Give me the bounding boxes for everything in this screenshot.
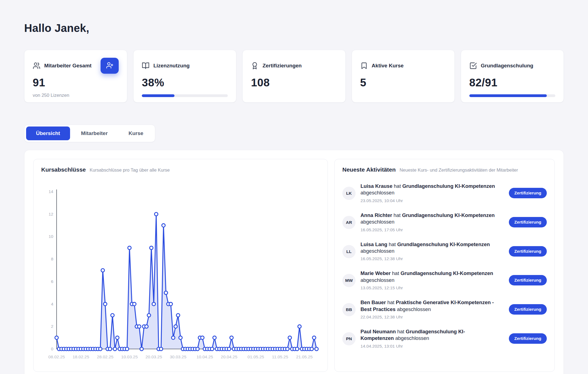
svg-text:8: 8 xyxy=(51,257,53,261)
activity-text: Ben Bauer hat Praktische Generative KI-K… xyxy=(360,299,495,313)
stat-card-lizenznutzung: Lizenznutzung 38% xyxy=(133,50,236,103)
bookmark-icon xyxy=(360,62,368,70)
activity-connector: hat xyxy=(389,241,397,247)
zertifizierung-badge: Zertifizierung xyxy=(509,188,547,198)
tab-kurse[interactable]: Kurse xyxy=(119,127,153,140)
activity-item: BB Ben Bauer hat Praktische Generative K… xyxy=(342,299,547,320)
activity-timestamp: 16.05.2025, 12:38 Uhr xyxy=(360,256,504,261)
zertifizierung-badge: Zertifizierung xyxy=(509,217,547,227)
activity-user-name: Paul Neumann xyxy=(360,329,396,334)
activity-text: Luisa Lang hat Grundlagenschulung KI-Kom… xyxy=(360,241,495,255)
activity-user-name: Luisa Lang xyxy=(360,241,387,247)
user-plus-icon xyxy=(106,62,113,70)
activity-suffix: abgeschlossen xyxy=(360,277,394,283)
svg-text:14: 14 xyxy=(49,189,54,194)
activity-course-name: Grundlagenschulung KI-Kompetenzen xyxy=(397,241,490,247)
svg-text:4: 4 xyxy=(51,302,53,306)
activity-user-name: Ben Bauer xyxy=(360,299,386,305)
chart-title: Kursabschlüsse xyxy=(41,166,86,173)
stat-card-zertifizierungen: Zertifizierungen 108 xyxy=(242,50,345,103)
activity-subtitle: Neueste Kurs- und Zertifizierungsaktivit… xyxy=(400,167,518,173)
activity-text: Luisa Krause hat Grundlagenschulung KI-K… xyxy=(360,183,495,196)
award-icon xyxy=(251,62,259,70)
overview-section: Kursabschlüsse Kursabschlüsse pro Tag üb… xyxy=(24,150,564,374)
activity-body: Anna Richter hat Grundlagenschulung KI-K… xyxy=(360,212,504,232)
avatar: LK xyxy=(342,187,356,200)
activity-connector: hat xyxy=(387,299,396,305)
stat-sub: von 250 Lizenzen xyxy=(33,93,119,98)
activity-text: Anna Richter hat Grundlagenschulung KI-K… xyxy=(360,212,495,226)
svg-text:20.04.25: 20.04.25 xyxy=(221,354,237,359)
activity-body: Ben Bauer hat Praktische Generative KI-K… xyxy=(360,299,504,320)
activity-suffix: abgeschlossen xyxy=(397,306,431,312)
stat-value: 91 xyxy=(33,76,119,89)
activity-suffix: abgeschlossen xyxy=(395,335,429,341)
users-icon xyxy=(33,62,40,70)
avatar-initials: LK xyxy=(346,191,352,196)
book-open-icon xyxy=(142,62,149,70)
activity-timestamp: 14.04.2025, 13:01 Uhr xyxy=(360,344,504,349)
activity-text: Marie Weber hat Grundlagenschulung KI-Ko… xyxy=(360,270,495,284)
add-user-button[interactable] xyxy=(101,58,119,74)
avatar: AR xyxy=(342,216,356,229)
grundlagen-progress-bar xyxy=(469,94,555,97)
stat-value: 108 xyxy=(251,76,337,89)
completions-chart: 0246810121408.02.2518.02.2528.02.2510.03… xyxy=(41,188,320,364)
svg-text:10: 10 xyxy=(49,234,54,239)
activity-timestamp: 13.05.2025, 12:15 Uhr xyxy=(360,285,504,290)
license-progress-bar xyxy=(142,94,228,97)
grundlagen-progress-fill xyxy=(469,94,547,97)
activity-item: PN Paul Neumann hat Grundlagenschulung K… xyxy=(342,328,547,349)
tab-mitarbeiter[interactable]: Mitarbeiter xyxy=(71,127,118,140)
avatar: LL xyxy=(342,245,356,258)
zertifizierung-badge: Zertifizierung xyxy=(509,246,547,257)
svg-text:0: 0 xyxy=(51,346,53,351)
activity-card: Neueste Aktivitäten Neueste Kurs- und Ze… xyxy=(334,159,555,372)
activity-course-name: Grundlagenschulung KI-Kompetenzen xyxy=(402,183,495,189)
zertifizierung-badge: Zertifizierung xyxy=(509,275,547,285)
svg-text:01.05.25: 01.05.25 xyxy=(248,354,264,359)
activity-user-name: Marie Weber xyxy=(360,270,391,276)
activity-timestamp: 16.05.2025, 17:05 Uhr xyxy=(360,227,504,232)
activity-connector: hat xyxy=(392,270,401,276)
activity-user-name: Anna Richter xyxy=(360,212,392,218)
avatar-initials: BB xyxy=(346,307,352,312)
license-progress-fill xyxy=(142,94,174,97)
activity-suffix: abgeschlossen xyxy=(360,190,394,196)
activity-item: AR Anna Richter hat Grundlagenschulung K… xyxy=(342,212,547,232)
stat-label: Grundlagenschulung xyxy=(481,63,533,69)
activity-course-name: Grundlagenschulung KI-Kompetenzen xyxy=(402,212,495,218)
stats-row: Mitarbeiter Gesamt 91 von 250 Lizenzen L… xyxy=(24,50,564,103)
chart-card: Kursabschlüsse Kursabschlüsse pro Tag üb… xyxy=(33,159,328,372)
zertifizierung-badge: Zertifizierung xyxy=(509,333,547,344)
stat-label: Aktive Kurse xyxy=(372,63,404,69)
svg-text:08.02.25: 08.02.25 xyxy=(48,354,65,359)
stat-card-mitarbeiter-gesamt: Mitarbeiter Gesamt 91 von 250 Lizenzen xyxy=(24,50,127,103)
svg-text:10.04.25: 10.04.25 xyxy=(196,354,213,359)
avatar-initials: MW xyxy=(345,278,353,283)
chart-subtitle: Kursabschlüsse pro Tag über alle Kurse xyxy=(90,167,170,173)
stat-label: Mitarbeiter Gesamt xyxy=(44,63,91,69)
svg-text:28.02.25: 28.02.25 xyxy=(97,354,113,359)
activity-body: Luisa Krause hat Grundlagenschulung KI-K… xyxy=(360,183,504,203)
activity-timestamp: 23.05.2025, 10:04 Uhr xyxy=(360,198,504,203)
activity-course-name: Grundlagenschulung KI-Kompetenzen xyxy=(401,270,493,276)
activity-item: LK Luisa Krause hat Grundlagenschulung K… xyxy=(342,183,547,203)
avatar: PN xyxy=(342,332,356,345)
tabs: Übersicht Mitarbeiter Kurse xyxy=(24,125,155,142)
svg-text:11.05.25: 11.05.25 xyxy=(272,354,288,359)
activity-text: Paul Neumann hat Grundlagenschulung KI-K… xyxy=(360,328,495,342)
zertifizierung-badge: Zertifizierung xyxy=(509,304,547,315)
activity-connector: hat xyxy=(394,183,402,189)
greeting: Hallo Janek, xyxy=(24,22,564,34)
stat-value: 82/91 xyxy=(469,76,555,89)
activity-body: Luisa Lang hat Grundlagenschulung KI-Kom… xyxy=(360,241,504,262)
stat-label: Lizenznutzung xyxy=(153,63,190,69)
svg-text:21.05.25: 21.05.25 xyxy=(296,354,313,359)
activity-item: LL Luisa Lang hat Grundlagenschulung KI-… xyxy=(342,241,547,262)
activity-body: Paul Neumann hat Grundlagenschulung KI-K… xyxy=(360,328,504,349)
stat-value: 38% xyxy=(142,76,228,89)
stat-label: Zertifizierungen xyxy=(262,63,302,69)
tab-uebersicht[interactable]: Übersicht xyxy=(26,127,70,140)
activity-connector: hat xyxy=(397,329,406,334)
